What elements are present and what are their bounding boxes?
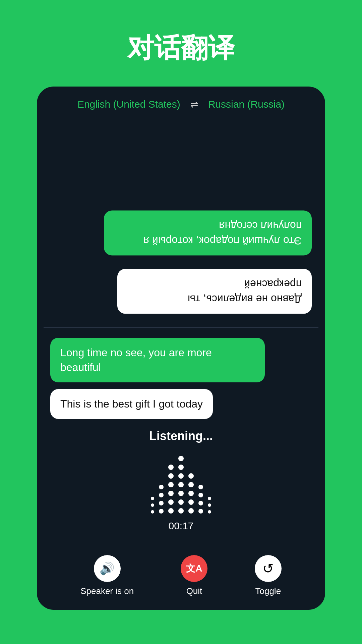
dot <box>198 485 203 489</box>
timer: 00:17 <box>168 520 193 532</box>
dot <box>178 465 184 470</box>
dot <box>198 493 203 497</box>
wave-col-7 <box>208 497 211 514</box>
language-header: English (United States) ⇌ Russian (Russi… <box>37 87 325 120</box>
quit-icon-circle[interactable]: 文A <box>181 555 207 582</box>
page-title: 对话翻译 <box>127 30 235 66</box>
listening-label: Listening... <box>149 429 213 443</box>
wave-col-1 <box>151 497 154 514</box>
dot <box>151 503 154 507</box>
dot <box>178 482 184 487</box>
dot <box>208 497 211 500</box>
message-bubble-russian-green: Это лучший подарок, который я получил се… <box>104 211 312 256</box>
dot <box>188 499 194 505</box>
dot <box>151 497 154 500</box>
wave-col-2 <box>159 485 164 514</box>
dot <box>208 510 211 514</box>
message-bubble-english-white: This is the best gift I got today <box>50 389 213 419</box>
toggle-icon-circle[interactable]: ↺ <box>255 555 282 582</box>
dot <box>168 499 174 505</box>
phone-card: English (United States) ⇌ Russian (Russi… <box>37 87 325 610</box>
speaker-button[interactable]: 🔊 Speaker is on <box>80 555 134 596</box>
dot <box>198 509 203 514</box>
upper-chat-area: Это лучший подарок, который я получил се… <box>37 120 325 327</box>
speaker-icon: 🔊 <box>100 561 115 576</box>
dot <box>178 499 184 505</box>
dot <box>151 510 154 514</box>
dot <box>168 465 174 470</box>
dot <box>168 508 174 514</box>
dot <box>188 508 194 514</box>
dot <box>159 501 164 505</box>
dot <box>198 501 203 505</box>
message-bubble-english-green: Long time no see, you are more beautiful <box>50 338 265 383</box>
dot <box>188 473 194 479</box>
message-bubble-russian-white: Давно не виделись, ты прекрасней <box>117 269 312 314</box>
listening-section: Listening... <box>37 419 325 548</box>
dot <box>168 473 174 479</box>
quit-button[interactable]: 文A Quit <box>181 555 207 596</box>
speaker-label: Speaker is on <box>80 586 134 596</box>
dot <box>159 493 164 497</box>
dot <box>159 485 164 489</box>
wave-col-3 <box>168 465 174 514</box>
dot <box>178 456 184 461</box>
wave-col-4 <box>178 456 184 514</box>
toggle-label: Toggle <box>255 586 281 596</box>
dot <box>188 491 194 496</box>
dot <box>168 482 174 487</box>
speaker-icon-circle[interactable]: 🔊 <box>94 555 121 582</box>
dot <box>178 508 184 514</box>
dot <box>178 491 184 496</box>
translate-icon: 文A <box>186 562 202 575</box>
dot <box>178 473 184 479</box>
target-language[interactable]: Russian (Russia) <box>208 99 285 110</box>
quit-label: Quit <box>186 586 202 596</box>
dot <box>159 509 164 514</box>
wave-col-6 <box>198 485 203 514</box>
dot <box>188 482 194 487</box>
bottom-controls: 🔊 Speaker is on 文A Quit ↺ Toggle <box>37 548 325 610</box>
toggle-button[interactable]: ↺ Toggle <box>255 555 282 596</box>
source-language[interactable]: English (United States) <box>77 99 180 110</box>
lower-chat-area: Long time no see, you are more beautiful… <box>37 328 325 419</box>
swap-icon[interactable]: ⇌ <box>190 99 198 110</box>
dot <box>208 503 211 507</box>
wave-col-5 <box>188 473 194 514</box>
dot <box>168 491 174 496</box>
toggle-icon: ↺ <box>262 561 274 576</box>
waveform <box>151 453 211 514</box>
